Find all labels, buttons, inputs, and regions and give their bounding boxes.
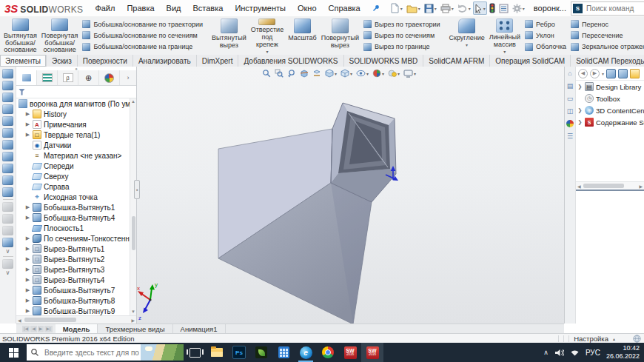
task-view-taskbar-icon[interactable] xyxy=(184,343,206,362)
appearances-tab-icon[interactable] xyxy=(566,119,574,127)
tab-dimxpertmanager[interactable]: ⊕ xyxy=(78,70,99,85)
open-document-button[interactable]: ▾ xyxy=(405,1,422,15)
graphics-viewport[interactable]: ▾▾▾▾▾▾ xyxy=(137,67,564,324)
ribbon-tab-8[interactable]: Операция SolidCAM xyxy=(490,55,571,67)
taskbar-weather-widget[interactable] xyxy=(141,344,184,361)
expand-arrow-icon[interactable]: ❯ xyxy=(577,84,583,90)
ribbon-stack-item[interactable]: Ребро xyxy=(525,20,566,28)
file-explorer-taskbar-icon[interactable] xyxy=(206,343,228,362)
options-gear-button[interactable]: ▾ xyxy=(511,1,526,15)
ribbon-tab-9[interactable]: SolidCAM Переходы xyxy=(571,55,644,67)
revolve-boss-button[interactable]: Повернутая бобышка/основание xyxy=(39,17,81,54)
design-library-tab-icon[interactable]: ▤ xyxy=(566,81,574,90)
tree-horizontal-scrollbar[interactable]: ◀ ▶ xyxy=(16,315,136,324)
back-icon[interactable]: ◀ xyxy=(578,69,588,78)
section-view-button[interactable] xyxy=(299,68,309,78)
task-pane-item-1[interactable]: ◷Toolbox xyxy=(576,93,644,104)
tab-propertymanager[interactable] xyxy=(37,70,58,85)
expand-arrow-icon[interactable]: ▶ xyxy=(25,287,30,293)
left-toolbar-icon[interactable] xyxy=(2,164,13,173)
tree-item-8[interactable]: ⌖Исходная точка xyxy=(16,192,130,202)
left-toolbar-icon[interactable] xyxy=(2,226,13,235)
add-file-location-icon[interactable] xyxy=(618,69,628,78)
feature-tree-root[interactable]: воронка для магнитов (По умолчани xyxy=(16,98,130,109)
prev-tab-icon[interactable]: ◀ xyxy=(30,326,37,332)
start-button[interactable] xyxy=(0,343,27,362)
home-icon[interactable]: ⌂ xyxy=(566,69,574,77)
command-search-input[interactable] xyxy=(585,4,644,13)
edge-taskbar-icon[interactable]: e xyxy=(295,343,317,362)
expand-arrow-icon[interactable]: ❯ xyxy=(577,119,583,125)
apply-scene-button[interactable]: ▾ xyxy=(387,68,400,78)
print-button[interactable]: ▾ xyxy=(439,1,455,15)
new-document-button[interactable]: ▾ xyxy=(389,1,404,15)
toolbar-chevron-icon[interactable]: ∨ xyxy=(6,271,10,275)
ribbon-tab-0[interactable]: Элементы xyxy=(0,55,47,67)
command-search[interactable]: S ▾ xyxy=(571,1,644,16)
tree-item-11[interactable]: Плоскость1 xyxy=(16,223,130,233)
tab-configurationmanager[interactable]: β xyxy=(58,70,78,85)
tab-featuremanager[interactable] xyxy=(16,70,37,85)
undo-button[interactable]: ▾ xyxy=(456,1,472,15)
sketch-view-button[interactable] xyxy=(312,68,322,78)
taskbar-clock[interactable]: 10:42 26.06.2022 xyxy=(606,344,640,361)
revolve-cut-button[interactable]: Повернутый вырез xyxy=(319,17,361,54)
tree-item-1[interactable]: ▶AПримечания xyxy=(16,119,130,130)
forward-icon[interactable]: ▶ xyxy=(590,69,600,78)
task-pane-item-0[interactable]: ❯▤Design Library xyxy=(576,81,644,93)
last-tab-icon[interactable]: ▶| xyxy=(44,326,52,332)
tray-chevron-icon[interactable]: ∧ xyxy=(543,349,549,356)
expand-arrow-icon[interactable]: ▶ xyxy=(25,204,30,210)
ribbon-stack-item[interactable]: Зеркальное отражение xyxy=(571,43,644,51)
forward-dropdown-icon[interactable]: ▾ xyxy=(602,71,604,76)
edit-appearance-button[interactable]: ▾ xyxy=(372,68,385,78)
ribbon-stack-item[interactable]: Бобышка/основание по сечениям xyxy=(82,31,203,39)
first-tab-icon[interactable]: |◀ xyxy=(22,326,30,332)
scroll-thumb[interactable] xyxy=(132,216,135,250)
view-settings-button[interactable]: ▾ xyxy=(403,69,417,78)
tree-item-16[interactable]: ▶□Вырез-Вытянуть4 xyxy=(16,275,130,285)
taskbar-search[interactable] xyxy=(27,344,184,361)
ribbon-tab-5[interactable]: Добавления SOLIDWORKS xyxy=(238,55,343,67)
ribbon-tab-6[interactable]: SOLIDWORKS MBD xyxy=(344,55,424,67)
left-toolbar-icon[interactable] xyxy=(2,128,13,138)
ribbon-stack-item[interactable]: Пересечение xyxy=(571,31,644,39)
expand-arrow-icon[interactable]: ▶ xyxy=(25,111,30,117)
scale-button[interactable]: Масштаб xyxy=(286,17,319,54)
zoom-previous-button[interactable] xyxy=(286,68,297,78)
tree-item-13[interactable]: ▶□Вырез-Вытянуть1 xyxy=(16,244,130,254)
doc-tab-0[interactable]: Модель xyxy=(56,324,98,333)
left-toolbar-icon[interactable] xyxy=(2,214,13,224)
file-properties-button[interactable] xyxy=(497,1,510,15)
tree-item-17[interactable]: ▶Бобышка-Вытянуть7 xyxy=(16,285,130,295)
green-app-taskbar-icon[interactable] xyxy=(250,343,272,362)
tree-vertical-scrollbar[interactable]: ▲ ▼ xyxy=(130,98,136,315)
menubar-item-3[interactable]: Вставка xyxy=(187,0,229,16)
left-toolbar-icon[interactable] xyxy=(2,187,13,197)
task-pane-item-2[interactable]: ❯⊕3D ContentCentral xyxy=(576,104,644,116)
view-palette-tab-icon[interactable]: ◫ xyxy=(566,107,574,115)
menubar-item-6[interactable]: Справка xyxy=(323,0,366,16)
add-to-library-icon[interactable] xyxy=(606,69,616,78)
left-toolbar-icon[interactable] xyxy=(2,69,13,78)
ribbon-tab-2[interactable]: Поверхности xyxy=(78,55,133,67)
hscroll-thumb[interactable] xyxy=(24,318,76,322)
left-toolbar-icon[interactable] xyxy=(2,238,13,247)
left-toolbar-icon[interactable] xyxy=(2,116,13,126)
tree-filter-input[interactable] xyxy=(27,87,134,97)
tree-item-15[interactable]: ▶□Вырез-Вытянуть3 xyxy=(16,264,130,275)
solidworks-1-taskbar-icon[interactable]: SW2016 xyxy=(339,343,361,362)
left-toolbar-icon[interactable] xyxy=(2,152,13,161)
panel-splitter-handle[interactable]: ● xyxy=(134,180,140,199)
linear-pattern-button[interactable]: Линейный массив▾ xyxy=(487,17,523,54)
tree-item-19[interactable]: ▶Бобышка-Вытянуть9 xyxy=(16,306,130,315)
view-orientation-button[interactable]: ▾ xyxy=(324,68,338,78)
ribbon-tab-1[interactable]: Эскиз xyxy=(47,55,78,67)
doc-tab-1[interactable]: Трехмерные виды xyxy=(98,324,172,333)
tree-item-0[interactable]: ▶History xyxy=(16,109,130,119)
menubar-item-1[interactable]: Правка xyxy=(121,0,160,16)
task-pane-item-3[interactable]: ❯SСодержание SOLIDW xyxy=(576,116,644,128)
tree-item-12[interactable]: ▶По сечениям-Тонкостенный1 xyxy=(16,233,130,244)
tree-item-3[interactable]: ◉Датчики xyxy=(16,140,130,150)
doc-tab-2[interactable]: Анимация1 xyxy=(173,324,226,333)
